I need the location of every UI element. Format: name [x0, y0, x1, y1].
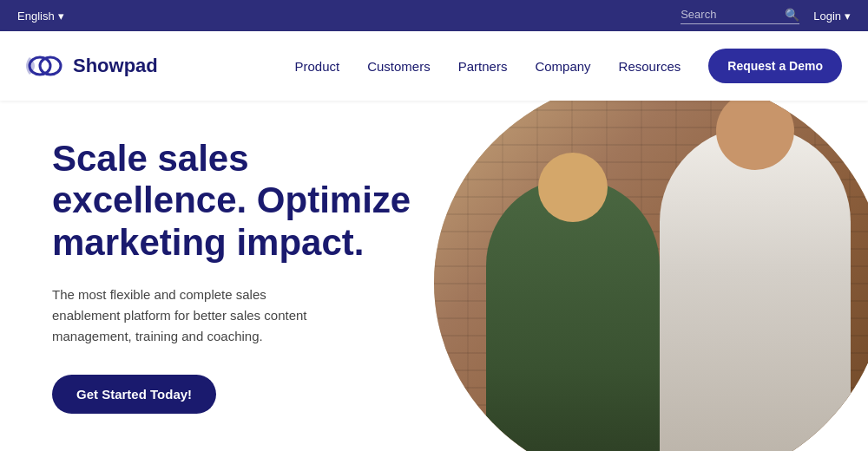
- hero-subtext: The most flexible and complete sales ena…: [52, 284, 330, 347]
- nav-customers[interactable]: Customers: [367, 59, 431, 74]
- top-bar: English ▾ 🔍 Login ▾: [0, 0, 868, 31]
- hero-heading: Scale sales excellence. Optimize marketi…: [52, 138, 434, 264]
- search-container[interactable]: 🔍: [681, 8, 799, 24]
- person-left-head: [538, 153, 608, 222]
- person-right-silhouette: [660, 127, 851, 451]
- login-chevron: ▾: [845, 10, 851, 23]
- nav-company[interactable]: Company: [535, 59, 590, 74]
- search-input[interactable]: [681, 8, 785, 21]
- language-selector[interactable]: English ▾: [17, 10, 64, 23]
- top-bar-left: English ▾: [17, 10, 64, 23]
- language-chevron: ▾: [58, 10, 64, 23]
- nav-partners[interactable]: Partners: [458, 59, 508, 74]
- nav-resources[interactable]: Resources: [619, 59, 681, 74]
- hero-section: Scale sales excellence. Optimize marketi…: [0, 101, 868, 451]
- navbar: Showpad Product Customers Partners Compa…: [0, 31, 868, 101]
- login-button[interactable]: Login ▾: [813, 10, 851, 23]
- hero-image: [434, 101, 868, 451]
- language-label: English: [17, 10, 55, 23]
- demo-button[interactable]: Request a Demo: [708, 49, 842, 83]
- hero-content: Scale sales excellence. Optimize marketi…: [52, 138, 434, 414]
- logo-text: Showpad: [73, 55, 158, 77]
- person-right-head: [716, 101, 794, 170]
- nav-product[interactable]: Product: [294, 59, 339, 74]
- login-label: Login: [813, 10, 841, 23]
- search-icon: 🔍: [785, 8, 799, 22]
- nav-links: Product Customers Partners Company Resou…: [294, 59, 681, 74]
- hero-image-bg: [434, 101, 868, 451]
- top-bar-right: 🔍 Login ▾: [681, 8, 851, 24]
- logo[interactable]: Showpad: [26, 54, 158, 78]
- cta-button[interactable]: Get Started Today!: [52, 375, 216, 414]
- logo-icon: [26, 54, 64, 78]
- person-left-silhouette: [486, 179, 660, 451]
